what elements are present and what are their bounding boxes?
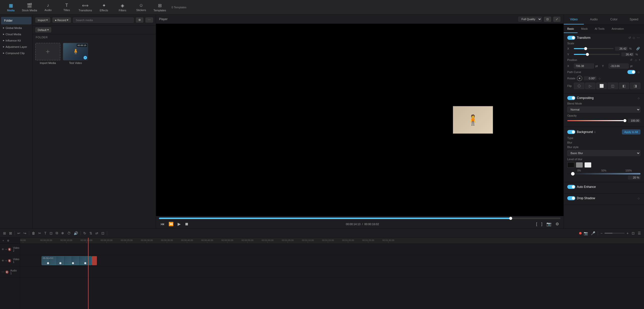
toolbar-stickers[interactable]: ☺ Stickers (132, 1, 150, 14)
tl-format-btn[interactable]: ⊡ (49, 231, 54, 236)
flip-btn-4[interactable]: ◫ (608, 83, 618, 89)
tab-speed[interactable]: Speed (624, 15, 644, 24)
expand-icon-btn[interactable]: ⤢ (553, 17, 560, 22)
path-curve-diamond-btn[interactable]: ◇ (637, 71, 640, 74)
sub-tab-basic[interactable]: Basic (564, 25, 578, 33)
compositing-toggle[interactable] (567, 96, 575, 100)
play-button[interactable]: ▶ (176, 221, 182, 227)
sidebar-item-cloud[interactable]: ▸ Cloud Media (0, 31, 32, 37)
sidebar-item-compound[interactable]: ▸ Compound Clip (0, 50, 32, 56)
blur-slider-thumb[interactable] (571, 172, 575, 176)
progress-indicator[interactable] (509, 217, 512, 220)
filter-icon-btn[interactable]: ⚙ (136, 17, 143, 23)
flip-btn-2[interactable]: ▷ (585, 83, 596, 89)
progress-bar[interactable] (159, 218, 560, 219)
tl-magnetic-btn[interactable]: ⊠ (8, 231, 13, 236)
blend-mode-select[interactable]: Normal (567, 107, 640, 113)
blur-style-select[interactable]: Basic Blur (567, 150, 640, 156)
toolbar-templates[interactable]: ⊞ Templates (151, 1, 169, 14)
snapshot-button[interactable]: 📷 (545, 221, 553, 227)
video1-add-icon[interactable]: + (5, 259, 7, 262)
tl-mirror-btn[interactable]: ⇄ (94, 231, 99, 236)
video-clip[interactable]: 05-SLVOC (42, 256, 92, 265)
toolbar-stock[interactable]: 🎬 Stock Media (21, 1, 38, 14)
toolbar-filters[interactable]: ◈ Filters (114, 1, 131, 14)
blur-slider[interactable] (567, 173, 640, 175)
flip-btn-1[interactable]: ⬡ (574, 83, 584, 89)
pos-x-input[interactable] (574, 63, 594, 68)
zoom-slider[interactable] (605, 233, 625, 234)
sidebar-item-global[interactable]: ▸ Global Media (0, 25, 32, 31)
opacity-thumb[interactable] (623, 119, 626, 122)
toolbar-media[interactable]: ▦ Media (2, 1, 20, 14)
flip-btn-6[interactable]: ◨ (630, 83, 640, 89)
scale-x-slider[interactable] (574, 48, 614, 49)
import-media-thumb[interactable]: + (35, 43, 60, 60)
transform-keyframe-btn[interactable]: ◇ (633, 36, 635, 40)
sub-tab-ai-tools[interactable]: AI Tools (591, 25, 608, 33)
apply-to-all-button[interactable]: Apply to All (622, 129, 640, 134)
tl-fit-btn[interactable]: ⊡ (631, 231, 636, 236)
transform-more-btn[interactable]: ⋯ (636, 36, 640, 40)
drop-shadow-diamond-btn[interactable]: ◇ (637, 197, 640, 200)
import-media-item[interactable]: + Import Media (35, 43, 60, 64)
search-input[interactable] (73, 17, 134, 23)
toolbar-effects[interactable]: ✦ Effects (95, 1, 113, 14)
import-button[interactable]: Import ▾ (35, 17, 50, 23)
auto-enhance-toggle[interactable] (567, 185, 575, 189)
color-swatch-light[interactable] (584, 162, 591, 168)
background-toggle[interactable] (567, 130, 575, 134)
tab-audio[interactable]: Audio (584, 15, 604, 24)
quality-select[interactable]: Full Quality (518, 17, 542, 22)
tracks-settings-btn[interactable]: ⚙ (6, 239, 10, 243)
toolbar-transitions[interactable]: ⟺ Transitions (76, 1, 94, 14)
position-reset-btn[interactable]: ↺ (629, 58, 633, 62)
tl-undo-btn[interactable]: ↩ (16, 231, 21, 236)
tracks-add-btn[interactable]: + (2, 239, 5, 243)
drop-shadow-toggle[interactable] (567, 196, 575, 200)
tl-list-btn[interactable]: ☰ (637, 231, 642, 236)
default-view-button[interactable]: Default ▾ (35, 27, 51, 32)
tl-copy-btn[interactable]: ⧉ (55, 230, 59, 236)
sub-tab-animation[interactable]: Animation (608, 25, 627, 33)
tl-flip-btn[interactable]: ⇅ (88, 231, 93, 236)
fullscreen-icon-btn[interactable]: ⊡ (544, 17, 551, 22)
scale-x-thumb[interactable] (584, 47, 587, 50)
toolbar-titles[interactable]: T Titles (58, 1, 75, 14)
tl-speed-btn[interactable]: ⏱ (66, 231, 72, 236)
tab-video[interactable]: Video (564, 15, 584, 24)
more-options-btn[interactable]: ⋯ (145, 17, 153, 23)
stop-button[interactable]: ⏹ (183, 221, 190, 227)
tl-snap-btn[interactable]: ⊞ (2, 231, 7, 236)
tl-camera-btn[interactable]: 📷 (583, 231, 589, 236)
step-back-button[interactable]: ⏪ (167, 221, 175, 227)
playhead[interactable] (88, 238, 89, 309)
timeline-ruler[interactable]: 00:00 00:00:05:00 00:00:10:00 00:00:15:0… (20, 238, 644, 244)
opacity-slider[interactable] (567, 120, 626, 121)
sidebar-item-folder[interactable]: Folder (1, 17, 31, 24)
audio1-mute-icon[interactable]: 🔇 (5, 270, 9, 274)
path-curve-toggle[interactable] (627, 70, 635, 74)
test-video-thumb[interactable]: 🧍 00:00:15 ✓ (63, 43, 88, 60)
tl-delete-btn[interactable]: 🗑 (31, 231, 36, 236)
sub-tab-mask[interactable]: Mask (578, 25, 591, 33)
test-video-item[interactable]: 🧍 00:00:15 ✓ Test Video (63, 43, 88, 64)
link-icon[interactable]: 🔗 (636, 46, 640, 51)
position-diamond-btn[interactable]: ◇ (634, 58, 638, 62)
tl-redo-btn[interactable]: ↪ (22, 231, 27, 236)
color-swatch-gray[interactable] (576, 162, 583, 168)
position-keyframe-btn[interactable]: + (639, 58, 640, 62)
video2-mute-icon[interactable]: 🔇 (8, 248, 11, 251)
audio1-wave-icon[interactable]: 〰 (2, 270, 4, 273)
sidebar-item-adjustment[interactable]: ▸ Adjustment Layer (0, 44, 32, 50)
video2-add-icon[interactable]: + (5, 248, 7, 251)
scale-y-slider[interactable] (574, 54, 620, 55)
settings-icon-btn[interactable]: ⚙ (554, 221, 560, 227)
mark-in-button[interactable]: [ (535, 221, 539, 227)
sidebar-item-influence[interactable]: ▸ Influence Kit (0, 37, 32, 44)
tl-zoom-out-btn[interactable]: − (599, 231, 603, 236)
transform-reset-btn[interactable]: ↺ (628, 36, 632, 40)
mark-out-button[interactable]: ] (540, 221, 544, 227)
record-button[interactable]: ● Record ▾ (52, 17, 71, 23)
tl-voiceover-btn[interactable]: 🎤 (590, 231, 596, 236)
